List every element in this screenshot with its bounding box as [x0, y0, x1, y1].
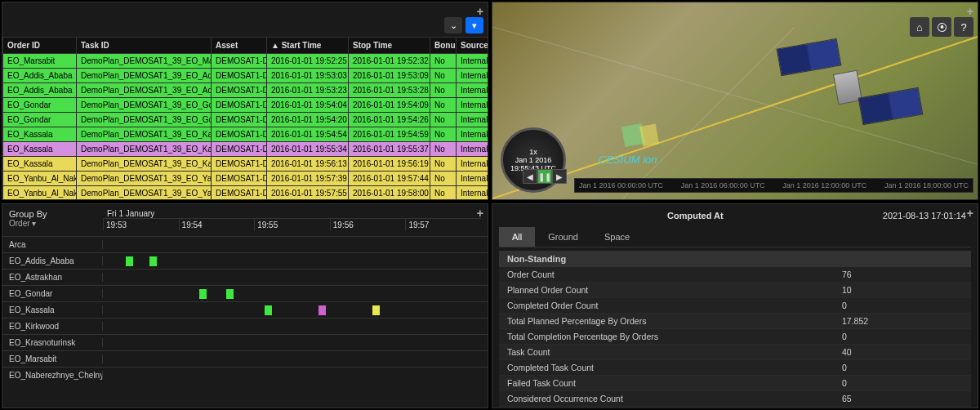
- column-header[interactable]: ▲ Start Time: [267, 38, 349, 54]
- gantt-track: [103, 302, 488, 318]
- table-cell: DEMOSAT1-DE: [212, 83, 267, 98]
- timeline-scrubber[interactable]: Jan 1 2016 00:00:00 UTCJan 1 2016 06:00:…: [574, 178, 973, 193]
- table-cell: Internal Plan: [457, 186, 489, 201]
- table-cell: DemoPlan_DEMOSAT1_39_EO_Addis_Abab: [77, 69, 212, 83]
- table-cell: DEMOSAT1-DE: [212, 186, 267, 201]
- add-icon[interactable]: +: [967, 207, 973, 220]
- table-cell: EO_Gondar: [3, 98, 77, 113]
- gantt-bar[interactable]: [199, 289, 207, 299]
- column-header[interactable]: Task ID: [77, 38, 212, 54]
- pause-icon: ❚❚: [538, 172, 551, 181]
- table-cell: Internal Plan: [457, 113, 489, 127]
- gantt-row[interactable]: EO_Krasnoturinsk: [2, 334, 488, 350]
- table-row[interactable]: EO_KassalaDemoPlan_DEMOSAT1_39_EO_Kassal…: [3, 142, 489, 157]
- table-cell: Internal Plan: [457, 54, 489, 69]
- table-cell: Internal Plan: [457, 69, 489, 83]
- column-header[interactable]: Stop Time: [349, 38, 430, 54]
- tab-ground[interactable]: Ground: [535, 227, 591, 247]
- gantt-row-label: EO_Naberezhnye_Chelny: [2, 371, 103, 380]
- table-cell: DemoPlan_DEMOSAT1_39_EO_Kassala_PA: [77, 127, 212, 142]
- stat-row: Total Planned Percentage By Orders17.852: [499, 314, 971, 329]
- help-button[interactable]: ?: [954, 17, 973, 37]
- table-row[interactable]: EO_Yanbu_Al_NakhalDemoPlan_DEMOSAT1_39_E…: [3, 172, 489, 186]
- table-cell: No: [430, 172, 457, 186]
- gantt-body: ArcaEO_Addis_AbabaEO_AstrakhanEO_GondarE…: [2, 236, 488, 383]
- column-header[interactable]: Order ID: [3, 38, 77, 54]
- home-button[interactable]: ⌂: [910, 17, 929, 37]
- stats-section-header: Non-Standing: [499, 251, 971, 267]
- gantt-hour-tick: 19:57: [405, 219, 481, 231]
- table-row[interactable]: EO_Yanbu_Al_NakhalDemoPlan_DEMOSAT1_39_E…: [3, 186, 489, 201]
- table-row[interactable]: EO_MarsabitDemoPlan_DEMOSAT1_39_EO_Marsa…: [3, 54, 489, 69]
- step-forward-button[interactable]: ▶: [552, 169, 567, 184]
- time-speed: 1x: [529, 148, 537, 156]
- add-icon[interactable]: +: [967, 5, 973, 18]
- gantt-bar[interactable]: [149, 256, 157, 266]
- projection-button[interactable]: ⦿: [932, 17, 951, 37]
- table-cell: EO_Kassala: [3, 127, 77, 142]
- gantt-bar[interactable]: [226, 289, 234, 299]
- table-row[interactable]: EO_KassalaDemoPlan_DEMOSAT1_39_EO_Kassal…: [3, 157, 489, 172]
- column-header[interactable]: Asset: [212, 38, 267, 54]
- tab-all[interactable]: All: [499, 227, 535, 247]
- table-cell: EO_Yanbu_Al_Nakhal: [3, 186, 77, 201]
- stat-row: Total Completion Percentage By Orders0: [499, 329, 971, 345]
- add-icon[interactable]: +: [477, 207, 483, 220]
- table-row[interactable]: EO_GondarDemoPlan_DEMOSAT1_39_EO_Gondar_…: [3, 113, 489, 127]
- gantt-track: [103, 253, 488, 269]
- gantt-row[interactable]: EO_Addis_Ababa: [2, 252, 488, 269]
- gantt-row[interactable]: EO_Kirkwood: [2, 318, 488, 334]
- stats-panel: + Computed At 2021-08-13 17:01:14 AllGro…: [492, 203, 978, 408]
- table-cell: 2016-01-01 19:57:55: [267, 186, 349, 201]
- task-table: Order IDTask IDAsset▲ Start TimeStop Tim…: [2, 37, 488, 200]
- table-cell: Internal Plan: [457, 142, 489, 157]
- stat-key: Considered Occurrence Count: [499, 391, 834, 406]
- gantt-bar[interactable]: [126, 256, 133, 266]
- column-header[interactable]: Source: [457, 38, 489, 54]
- gantt-row[interactable]: EO_Gondar: [2, 285, 488, 301]
- group-by-value: Order ▾: [9, 219, 103, 228]
- timeline-tick: Jan 1 2016 12:00:00 UTC: [782, 181, 866, 189]
- table-row[interactable]: EO_Addis_AbabaDemoPlan_DEMOSAT1_39_EO_Ad…: [3, 69, 489, 83]
- table-row[interactable]: EO_Addis_AbabaDemoPlan_DEMOSAT1_39_EO_Ad…: [3, 83, 489, 98]
- table-row[interactable]: EO_KassalaDemoPlan_DEMOSAT1_39_EO_Kassal…: [3, 127, 489, 142]
- table-cell: No: [430, 98, 457, 113]
- time-date: Jan 1 2016: [515, 156, 552, 164]
- stat-value: 65: [834, 391, 971, 406]
- gantt-row[interactable]: Arca: [2, 236, 488, 252]
- stat-row: Failed Task Count0: [499, 376, 971, 391]
- step-back-button[interactable]: ◀: [523, 169, 537, 184]
- rewind-icon: ◀: [527, 172, 533, 181]
- time-dial[interactable]: 1x Jan 1 2016 19:55:43 UTC ◀ ❚❚ ▶: [501, 127, 566, 193]
- table-row[interactable]: EO_GondarDemoPlan_DEMOSAT1_39_EO_Gondar_…: [3, 98, 489, 113]
- play-pause-button[interactable]: ❚❚: [537, 169, 552, 184]
- gantt-track: [103, 319, 488, 334]
- gantt-row[interactable]: EO_Astrakhan: [2, 269, 488, 285]
- globe-panel: + ⌂ ⦿ ? CESIUM ion 1x Jan 1 2016 19:55:4…: [492, 2, 978, 200]
- column-header[interactable]: Bonus: [430, 38, 457, 54]
- gantt-bar[interactable]: [372, 305, 380, 315]
- table-cell: No: [430, 69, 457, 83]
- gantt-row-label: EO_Gondar: [2, 289, 103, 298]
- stat-key: Planned Order Count: [499, 283, 834, 297]
- table-cell: DemoPlan_DEMOSAT1_39_EO_Gondar_PAN: [77, 113, 212, 127]
- collapse-button[interactable]: ⌄: [444, 17, 462, 33]
- add-icon[interactable]: +: [477, 5, 483, 18]
- filter-button[interactable]: ▾: [466, 17, 483, 33]
- gantt-track: [103, 368, 488, 383]
- table-cell: 2016-01-01 19:54:04: [267, 98, 349, 113]
- gantt-row-label: EO_Kirkwood: [2, 322, 103, 331]
- group-by-selector[interactable]: Group By Order ▾: [9, 209, 103, 231]
- tab-space[interactable]: Space: [591, 227, 643, 247]
- cesium-badge: CESIUM ion: [599, 154, 657, 166]
- gantt-row-label: EO_Krasnoturinsk: [2, 338, 103, 347]
- gantt-row-label: EO_Marsabit: [2, 354, 103, 363]
- gantt-bar[interactable]: [265, 305, 272, 315]
- table-cell: 2016-01-01 19:52:25: [267, 54, 349, 69]
- gantt-row[interactable]: EO_Naberezhnye_Chelny: [2, 367, 488, 383]
- gantt-row[interactable]: EO_Marsabit: [2, 350, 488, 367]
- gantt-bar[interactable]: [318, 305, 326, 315]
- table-cell: EO_Gondar: [3, 113, 77, 127]
- gantt-row[interactable]: EO_Kassala: [2, 301, 488, 318]
- globe-view[interactable]: ⌂ ⦿ ? CESIUM ion 1x Jan 1 2016 19:55:43 …: [492, 2, 978, 199]
